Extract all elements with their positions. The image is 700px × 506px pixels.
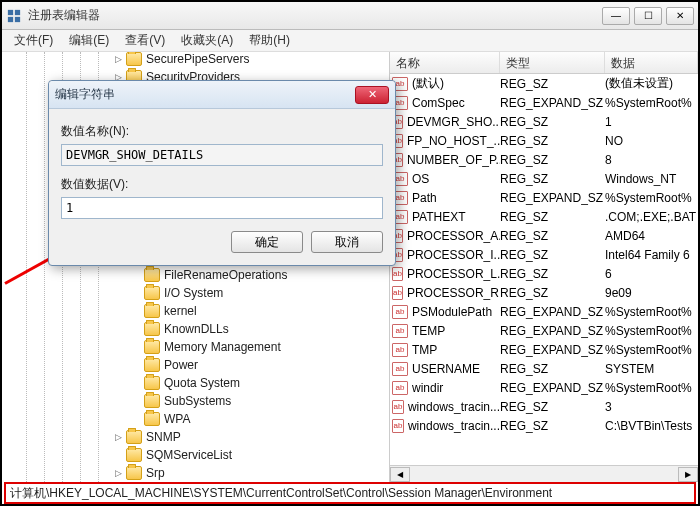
- value-type: REG_SZ: [500, 419, 605, 433]
- scroll-right-icon[interactable]: ▶: [678, 467, 698, 482]
- value-name: PATHEXT: [412, 210, 466, 224]
- tree-item[interactable]: KnownDLLs: [2, 320, 389, 338]
- value-type: REG_SZ: [500, 172, 605, 186]
- list-row[interactable]: abNUMBER_OF_P...REG_SZ8: [390, 150, 698, 169]
- expand-icon[interactable]: [130, 359, 142, 371]
- list-row[interactable]: abOSREG_SZWindows_NT: [390, 169, 698, 188]
- expand-icon[interactable]: [130, 395, 142, 407]
- tree-item[interactable]: ▷SNMP: [2, 428, 389, 446]
- value-name: TEMP: [412, 324, 445, 338]
- maximize-button[interactable]: ☐: [634, 7, 662, 25]
- col-name[interactable]: 名称: [390, 52, 500, 73]
- list-row[interactable]: abPATHEXTREG_SZ.COM;.EXE;.BAT: [390, 207, 698, 226]
- list-row[interactable]: abTMPREG_EXPAND_SZ%SystemRoot%: [390, 340, 698, 359]
- list-row[interactable]: abwindows_tracin...REG_SZC:\BVTBin\Tests: [390, 416, 698, 435]
- list-row[interactable]: ab(默认)REG_SZ(数值未设置): [390, 74, 698, 93]
- string-value-icon: ab: [392, 419, 404, 433]
- window-title: 注册表编辑器: [28, 7, 598, 24]
- list-row[interactable]: abComSpecREG_EXPAND_SZ%SystemRoot%: [390, 93, 698, 112]
- value-data: 6: [605, 267, 698, 281]
- list-row[interactable]: abwindows_tracin...REG_SZ3: [390, 397, 698, 416]
- list-row[interactable]: abPROCESSOR_A...REG_SZAMD64: [390, 226, 698, 245]
- expand-icon[interactable]: [112, 449, 124, 461]
- tree-item[interactable]: SubSystems: [2, 392, 389, 410]
- value-type: REG_EXPAND_SZ: [500, 381, 605, 395]
- list-body[interactable]: ab(默认)REG_SZ(数值未设置)abComSpecREG_EXPAND_S…: [390, 74, 698, 435]
- list-pane[interactable]: 名称 类型 数据 ab(默认)REG_SZ(数值未设置)abComSpecREG…: [390, 52, 698, 482]
- tree-label: SecurePipeServers: [146, 52, 249, 66]
- tree-label: Srp: [146, 466, 165, 480]
- list-row[interactable]: abTEMPREG_EXPAND_SZ%SystemRoot%: [390, 321, 698, 340]
- value-name-input[interactable]: [61, 144, 383, 166]
- expand-icon[interactable]: [130, 305, 142, 317]
- tree-item[interactable]: I/O System: [2, 284, 389, 302]
- horizontal-scrollbar[interactable]: ◀ ▶: [390, 465, 698, 482]
- list-row[interactable]: abPROCESSOR_L...REG_SZ6: [390, 264, 698, 283]
- svg-rect-3: [15, 16, 20, 21]
- list-row[interactable]: abPROCESSOR_I...REG_SZIntel64 Family 6: [390, 245, 698, 264]
- menu-file[interactable]: 文件(F): [6, 30, 61, 51]
- tree-item[interactable]: kernel: [2, 302, 389, 320]
- folder-icon: [126, 466, 142, 480]
- col-data[interactable]: 数据: [605, 52, 698, 73]
- value-data: %SystemRoot%: [605, 96, 698, 110]
- list-row[interactable]: abUSERNAMEREG_SZSYSTEM: [390, 359, 698, 378]
- folder-icon: [126, 448, 142, 462]
- expand-icon[interactable]: ▷: [112, 53, 124, 65]
- tree-item[interactable]: Power: [2, 356, 389, 374]
- col-type[interactable]: 类型: [500, 52, 605, 73]
- dialog-close-button[interactable]: ✕: [355, 86, 389, 104]
- tree-label: SQMServiceList: [146, 448, 232, 462]
- expand-icon[interactable]: [130, 287, 142, 299]
- tree-label: kernel: [164, 304, 197, 318]
- value-data-input[interactable]: [61, 197, 383, 219]
- folder-icon: [144, 322, 160, 336]
- value-type: REG_SZ: [500, 77, 605, 91]
- list-row[interactable]: abPROCESSOR_R...REG_SZ9e09: [390, 283, 698, 302]
- tree-item[interactable]: ▷Srp: [2, 464, 389, 482]
- tree-item[interactable]: FileRenameOperations: [2, 266, 389, 284]
- expand-icon[interactable]: [130, 341, 142, 353]
- dialog-titlebar[interactable]: 编辑字符串 ✕: [49, 81, 395, 109]
- menu-favorites[interactable]: 收藏夹(A): [173, 30, 241, 51]
- cancel-button[interactable]: 取消: [311, 231, 383, 253]
- minimize-button[interactable]: —: [602, 7, 630, 25]
- value-data: AMD64: [605, 229, 698, 243]
- expand-icon[interactable]: [130, 377, 142, 389]
- scroll-left-icon[interactable]: ◀: [390, 467, 410, 482]
- tree-item[interactable]: SQMServiceList: [2, 446, 389, 464]
- value-name-label: 数值名称(N):: [61, 123, 383, 140]
- svg-rect-2: [8, 16, 13, 21]
- expand-icon[interactable]: [130, 269, 142, 281]
- tree-item[interactable]: Memory Management: [2, 338, 389, 356]
- value-data: SYSTEM: [605, 362, 698, 376]
- menu-help[interactable]: 帮助(H): [241, 30, 298, 51]
- expand-icon[interactable]: ▷: [112, 467, 124, 479]
- menu-edit[interactable]: 编辑(E): [61, 30, 117, 51]
- list-header[interactable]: 名称 类型 数据: [390, 52, 698, 74]
- expand-icon[interactable]: [130, 413, 142, 425]
- expand-icon[interactable]: ▷: [112, 431, 124, 443]
- value-name: USERNAME: [412, 362, 480, 376]
- tree-label: Memory Management: [164, 340, 281, 354]
- ok-button[interactable]: 确定: [231, 231, 303, 253]
- close-button[interactable]: ✕: [666, 7, 694, 25]
- string-value-icon: ab: [392, 381, 408, 395]
- value-data: Intel64 Family 6: [605, 248, 698, 262]
- tree-item[interactable]: ▷SecurePipeServers: [2, 52, 389, 68]
- tree-item[interactable]: WPA: [2, 410, 389, 428]
- tree-item[interactable]: Quota System: [2, 374, 389, 392]
- string-value-icon: ab: [392, 267, 403, 281]
- value-data: C:\BVTBin\Tests: [605, 419, 698, 433]
- menu-view[interactable]: 查看(V): [117, 30, 173, 51]
- list-row[interactable]: abFP_NO_HOST_...REG_SZNO: [390, 131, 698, 150]
- value-name: DEVMGR_SHO...: [407, 115, 500, 129]
- list-row[interactable]: abPSModulePathREG_EXPAND_SZ%SystemRoot%: [390, 302, 698, 321]
- expand-icon[interactable]: [130, 323, 142, 335]
- value-type: REG_SZ: [500, 134, 605, 148]
- title-bar: 注册表编辑器 — ☐ ✕: [2, 2, 698, 30]
- list-row[interactable]: abDEVMGR_SHO...REG_SZ1: [390, 112, 698, 131]
- list-row[interactable]: abwindirREG_EXPAND_SZ%SystemRoot%: [390, 378, 698, 397]
- value-type: REG_SZ: [500, 267, 605, 281]
- list-row[interactable]: abPathREG_EXPAND_SZ%SystemRoot%: [390, 188, 698, 207]
